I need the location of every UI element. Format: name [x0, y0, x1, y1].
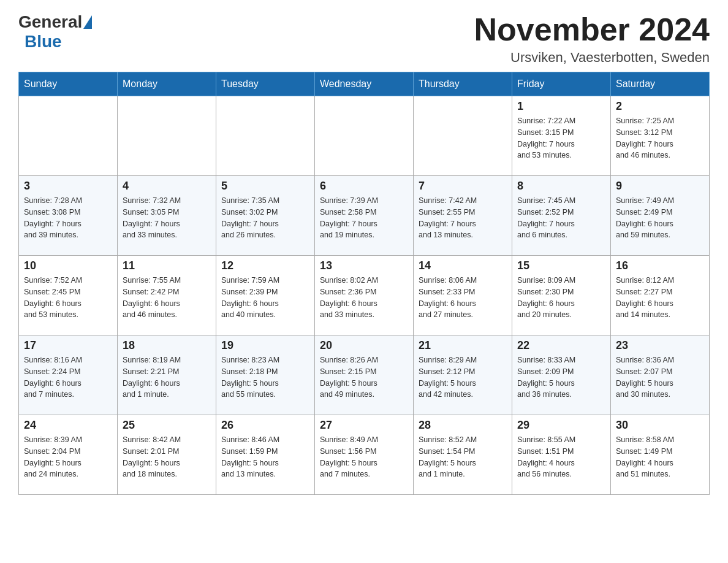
calendar-cell: 6Sunrise: 7:39 AM Sunset: 2:58 PM Daylig…	[315, 176, 414, 256]
day-info: Sunrise: 8:29 AM Sunset: 2:12 PM Dayligh…	[419, 354, 507, 400]
day-number: 7	[419, 180, 507, 193]
day-info: Sunrise: 8:16 AM Sunset: 2:24 PM Dayligh…	[24, 354, 112, 400]
day-number: 26	[221, 419, 309, 432]
day-number: 25	[123, 419, 211, 432]
calendar-cell: 5Sunrise: 7:35 AM Sunset: 3:02 PM Daylig…	[216, 176, 315, 256]
calendar-table: SundayMondayTuesdayWednesdayThursdayFrid…	[18, 72, 710, 495]
day-info: Sunrise: 8:23 AM Sunset: 2:18 PM Dayligh…	[221, 354, 309, 400]
calendar-cell: 19Sunrise: 8:23 AM Sunset: 2:18 PM Dayli…	[216, 335, 315, 415]
calendar-cell: 1Sunrise: 7:22 AM Sunset: 3:15 PM Daylig…	[512, 96, 611, 176]
day-number: 18	[123, 339, 211, 352]
calendar-cell: 25Sunrise: 8:42 AM Sunset: 2:01 PM Dayli…	[118, 415, 216, 495]
logo-blue-text: Blue	[25, 32, 62, 52]
day-info: Sunrise: 7:52 AM Sunset: 2:45 PM Dayligh…	[24, 275, 112, 321]
day-number: 12	[221, 259, 309, 272]
day-number: 5	[221, 180, 309, 193]
logo-triangle-icon	[83, 15, 92, 29]
days-of-week-row: SundayMondayTuesdayWednesdayThursdayFrid…	[19, 72, 710, 96]
calendar-cell: 14Sunrise: 8:06 AM Sunset: 2:33 PM Dayli…	[414, 256, 512, 335]
day-info: Sunrise: 7:25 AM Sunset: 3:12 PM Dayligh…	[616, 115, 704, 161]
day-of-week-header: Tuesday	[216, 72, 315, 96]
day-info: Sunrise: 7:35 AM Sunset: 3:02 PM Dayligh…	[221, 195, 309, 241]
calendar-cell	[19, 96, 118, 176]
calendar-cell	[414, 96, 512, 176]
calendar-cell: 24Sunrise: 8:39 AM Sunset: 2:04 PM Dayli…	[19, 415, 118, 495]
day-info: Sunrise: 7:49 AM Sunset: 2:49 PM Dayligh…	[616, 195, 704, 241]
day-number: 30	[616, 419, 704, 432]
day-number: 23	[616, 339, 704, 352]
day-info: Sunrise: 8:09 AM Sunset: 2:30 PM Dayligh…	[517, 275, 605, 321]
calendar-week-row: 1Sunrise: 7:22 AM Sunset: 3:15 PM Daylig…	[19, 96, 710, 176]
day-number: 6	[320, 180, 408, 193]
location-title: Ursviken, Vaesterbotten, Sweden	[474, 50, 710, 66]
day-number: 22	[517, 339, 605, 352]
day-info: Sunrise: 7:42 AM Sunset: 2:55 PM Dayligh…	[419, 195, 507, 241]
calendar-cell: 21Sunrise: 8:29 AM Sunset: 2:12 PM Dayli…	[414, 335, 512, 415]
day-number: 4	[123, 180, 211, 193]
day-number: 2	[616, 100, 704, 113]
day-info: Sunrise: 7:55 AM Sunset: 2:42 PM Dayligh…	[123, 275, 211, 321]
day-info: Sunrise: 8:39 AM Sunset: 2:04 PM Dayligh…	[24, 434, 112, 480]
calendar-cell: 28Sunrise: 8:52 AM Sunset: 1:54 PM Dayli…	[414, 415, 512, 495]
day-info: Sunrise: 7:59 AM Sunset: 2:39 PM Dayligh…	[221, 275, 309, 321]
day-number: 11	[123, 259, 211, 272]
logo: General Blue	[18, 12, 92, 52]
day-of-week-header: Friday	[512, 72, 611, 96]
day-number: 17	[24, 339, 112, 352]
calendar-cell: 26Sunrise: 8:46 AM Sunset: 1:59 PM Dayli…	[216, 415, 315, 495]
calendar-cell: 10Sunrise: 7:52 AM Sunset: 2:45 PM Dayli…	[19, 256, 118, 335]
calendar-week-row: 24Sunrise: 8:39 AM Sunset: 2:04 PM Dayli…	[19, 415, 710, 495]
calendar-cell: 12Sunrise: 7:59 AM Sunset: 2:39 PM Dayli…	[216, 256, 315, 335]
day-number: 21	[419, 339, 507, 352]
day-of-week-header: Sunday	[19, 72, 118, 96]
day-info: Sunrise: 8:19 AM Sunset: 2:21 PM Dayligh…	[123, 354, 211, 400]
day-number: 9	[616, 180, 704, 193]
day-number: 1	[517, 100, 605, 113]
day-number: 3	[24, 180, 112, 193]
calendar-cell: 17Sunrise: 8:16 AM Sunset: 2:24 PM Dayli…	[19, 335, 118, 415]
calendar-body: 1Sunrise: 7:22 AM Sunset: 3:15 PM Daylig…	[19, 96, 710, 495]
day-info: Sunrise: 8:06 AM Sunset: 2:33 PM Dayligh…	[419, 275, 507, 321]
calendar-header: SundayMondayTuesdayWednesdayThursdayFrid…	[19, 72, 710, 96]
day-of-week-header: Saturday	[611, 72, 710, 96]
day-info: Sunrise: 8:49 AM Sunset: 1:56 PM Dayligh…	[320, 434, 408, 480]
day-info: Sunrise: 8:58 AM Sunset: 1:49 PM Dayligh…	[616, 434, 704, 480]
day-number: 10	[24, 259, 112, 272]
calendar-cell: 22Sunrise: 8:33 AM Sunset: 2:09 PM Dayli…	[512, 335, 611, 415]
calendar-cell: 27Sunrise: 8:49 AM Sunset: 1:56 PM Dayli…	[315, 415, 414, 495]
day-info: Sunrise: 8:42 AM Sunset: 2:01 PM Dayligh…	[123, 434, 211, 480]
calendar-cell: 2Sunrise: 7:25 AM Sunset: 3:12 PM Daylig…	[611, 96, 710, 176]
day-info: Sunrise: 7:22 AM Sunset: 3:15 PM Dayligh…	[517, 115, 605, 161]
calendar-cell: 11Sunrise: 7:55 AM Sunset: 2:42 PM Dayli…	[118, 256, 216, 335]
day-info: Sunrise: 8:36 AM Sunset: 2:07 PM Dayligh…	[616, 354, 704, 400]
calendar-cell: 23Sunrise: 8:36 AM Sunset: 2:07 PM Dayli…	[611, 335, 710, 415]
day-number: 15	[517, 259, 605, 272]
calendar-cell: 4Sunrise: 7:32 AM Sunset: 3:05 PM Daylig…	[118, 176, 216, 256]
day-info: Sunrise: 8:52 AM Sunset: 1:54 PM Dayligh…	[419, 434, 507, 480]
day-number: 14	[419, 259, 507, 272]
calendar-cell: 30Sunrise: 8:58 AM Sunset: 1:49 PM Dayli…	[611, 415, 710, 495]
calendar-week-row: 17Sunrise: 8:16 AM Sunset: 2:24 PM Dayli…	[19, 335, 710, 415]
calendar-cell: 29Sunrise: 8:55 AM Sunset: 1:51 PM Dayli…	[512, 415, 611, 495]
day-number: 27	[320, 419, 408, 432]
day-info: Sunrise: 8:12 AM Sunset: 2:27 PM Dayligh…	[616, 275, 704, 321]
day-number: 13	[320, 259, 408, 272]
calendar-cell: 13Sunrise: 8:02 AM Sunset: 2:36 PM Dayli…	[315, 256, 414, 335]
page-header: General Blue November 2024 Ursviken, Vae…	[18, 12, 710, 66]
day-of-week-header: Monday	[118, 72, 216, 96]
day-of-week-header: Wednesday	[315, 72, 414, 96]
day-of-week-header: Thursday	[414, 72, 512, 96]
day-info: Sunrise: 8:33 AM Sunset: 2:09 PM Dayligh…	[517, 354, 605, 400]
calendar-cell: 9Sunrise: 7:49 AM Sunset: 2:49 PM Daylig…	[611, 176, 710, 256]
day-number: 28	[419, 419, 507, 432]
day-info: Sunrise: 7:39 AM Sunset: 2:58 PM Dayligh…	[320, 195, 408, 241]
calendar-cell: 18Sunrise: 8:19 AM Sunset: 2:21 PM Dayli…	[118, 335, 216, 415]
calendar-cell	[216, 96, 315, 176]
day-number: 19	[221, 339, 309, 352]
month-title: November 2024	[474, 12, 710, 47]
day-info: Sunrise: 8:46 AM Sunset: 1:59 PM Dayligh…	[221, 434, 309, 480]
day-number: 29	[517, 419, 605, 432]
calendar-cell	[315, 96, 414, 176]
calendar-cell: 15Sunrise: 8:09 AM Sunset: 2:30 PM Dayli…	[512, 256, 611, 335]
day-info: Sunrise: 8:02 AM Sunset: 2:36 PM Dayligh…	[320, 275, 408, 321]
